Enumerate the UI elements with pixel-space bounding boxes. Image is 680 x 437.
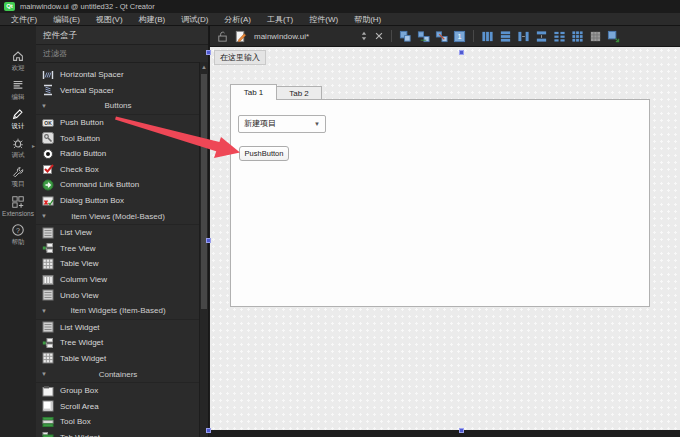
widget-box-item-label: Table View	[60, 259, 99, 268]
widget-box-item[interactable]: Undo View	[36, 287, 200, 303]
sidebar-item-projects[interactable]: 项目	[0, 162, 36, 191]
widget-box-item[interactable]: Dialog Button Box	[36, 193, 200, 209]
widget-box-item-label: Tool Button	[60, 134, 100, 143]
widget-box-item[interactable]: Tool Box	[36, 414, 200, 430]
section-header-label: Item Widgets (Item-Based)	[70, 306, 165, 315]
widget-box-item[interactable]: Tree View	[36, 241, 200, 257]
design-pen-icon	[11, 106, 25, 121]
adjust-size-icon[interactable]	[607, 30, 620, 43]
combo-box[interactable]: 新建项目 ▼	[238, 115, 326, 133]
widget-box-item[interactable]: List Widget	[36, 320, 200, 336]
sidebar-item-extensions[interactable]: Extensions	[0, 191, 36, 220]
widget-box-scrollbar[interactable]: ▲	[199, 62, 208, 437]
menubar-item[interactable]: 编辑(E)	[45, 14, 88, 25]
break-layout-icon[interactable]	[589, 30, 602, 43]
widget-box-item-label: Vertical Spacer	[60, 86, 114, 95]
menubar-item[interactable]: 帮助(H)	[346, 14, 389, 25]
widget-box-item[interactable]: Tree Widget	[36, 335, 200, 351]
main-menubar: 文件(F)编辑(E)视图(V)构建(B)调试(D)分析(A)工具(T)控件(W)…	[0, 13, 680, 26]
command-link-icon	[42, 179, 54, 191]
layout-horizontal-icon[interactable]	[481, 30, 494, 43]
sidebar-item-design[interactable]: 设计	[0, 104, 36, 133]
sidebar-item-help[interactable]: ?帮助	[0, 220, 36, 249]
widget-box-item-label: Command Link Button	[60, 180, 139, 189]
sidebar-item-welcome[interactable]: 欢迎	[0, 46, 36, 75]
svg-text:1: 1	[458, 32, 462, 41]
toolbar-separator	[391, 30, 392, 42]
edit-taborder-icon[interactable]: 1	[453, 30, 466, 43]
scroll-area-icon	[42, 400, 54, 412]
widget-box-item-label: List View	[60, 228, 92, 237]
close-icon[interactable]	[374, 31, 384, 41]
unlock-icon[interactable]	[216, 30, 229, 43]
sidebar-item-edit[interactable]: 编辑	[0, 75, 36, 104]
widget-box-section-header[interactable]: ▼Buttons	[36, 98, 200, 115]
ui-file-icon	[234, 30, 247, 43]
widget-box-item-label: Dialog Button Box	[60, 196, 124, 205]
menubar-item[interactable]: 工具(T)	[259, 14, 301, 25]
form-resize-handle[interactable]	[459, 50, 464, 55]
chevron-down-icon: ▼	[314, 116, 320, 132]
widget-box-item[interactable]: Tab Widget	[36, 430, 200, 437]
widget-box-list: Horizontal SpacerVertical Spacer▼Buttons…	[36, 62, 200, 437]
form-resize-handle[interactable]	[206, 50, 211, 55]
form-menubar-type-here[interactable]: 在这里输入	[214, 50, 266, 65]
menubar-item[interactable]: 视图(V)	[88, 14, 131, 25]
titlebar: Qt mainwindow.ui @ untitled32 - Qt Creat…	[0, 0, 680, 13]
section-header-label: Containers	[99, 370, 138, 379]
widget-box-item[interactable]: List View	[36, 225, 200, 241]
extensions-icon	[11, 194, 25, 209]
sidebar-item-label: 帮助	[12, 238, 25, 247]
widget-box-item[interactable]: Check Box	[36, 162, 200, 178]
widget-box-item[interactable]: Scroll Area	[36, 398, 200, 414]
widget-box-item[interactable]: Radio Button	[36, 146, 200, 162]
menubar-item[interactable]: 构建(B)	[131, 14, 174, 25]
document-selector[interactable]: mainwindow.ui*	[254, 32, 309, 41]
form-resize-handle[interactable]	[206, 238, 211, 243]
table-view-icon	[42, 352, 54, 364]
splitter-vertical-icon[interactable]	[535, 30, 548, 43]
widget-box-item[interactable]: Tool Button	[36, 130, 200, 146]
filter-placeholder: 过滤器	[43, 49, 67, 58]
sidebar-item-label: 项目	[12, 180, 25, 189]
widget-box-section-header[interactable]: ▼Item Widgets (Item-Based)	[36, 303, 200, 320]
sidebar-item-debug[interactable]: 调试▸	[0, 133, 36, 162]
menubar-item[interactable]: 控件(W)	[301, 14, 346, 25]
tab-1[interactable]: Tab 1	[230, 84, 277, 100]
widget-box-item[interactable]: Table View	[36, 256, 200, 272]
menubar-item[interactable]: 调试(D)	[173, 14, 216, 25]
layout-vertical-icon[interactable]	[499, 30, 512, 43]
list-view-icon	[42, 289, 54, 301]
widget-box-item[interactable]: Horizontal Spacer	[36, 67, 200, 83]
widget-box-item[interactable]: OKPush Button	[36, 115, 200, 131]
widget-box-item[interactable]: Column View	[36, 272, 200, 288]
qt-creator-window: Qt mainwindow.ui @ untitled32 - Qt Creat…	[0, 0, 680, 437]
widget-box-section-header[interactable]: ▼Containers	[36, 366, 200, 383]
splitter-horizontal-icon[interactable]	[517, 30, 530, 43]
layout-grid-icon[interactable]	[571, 30, 584, 43]
widget-box-panel: 控件盒子 过滤器 Horizontal SpacerVertical Space…	[36, 26, 209, 437]
window-title: mainwindow.ui @ untitled32 - Qt Creator	[20, 2, 155, 11]
push-button-widget[interactable]: PushButton	[239, 146, 289, 161]
menubar-item[interactable]: 分析(A)	[216, 14, 259, 25]
form-resize-handle[interactable]	[206, 428, 211, 433]
menubar-item[interactable]: 文件(F)	[3, 14, 45, 25]
submenu-arrow-icon: ▸	[32, 142, 35, 149]
widget-box-section-header[interactable]: ▼Item Views (Model-Based)	[36, 208, 200, 225]
form-canvas[interactable]: 在这里输入 Tab 1Tab 2 新建项目 ▼ PushButton	[210, 47, 680, 430]
widget-box-item[interactable]: Group Box	[36, 383, 200, 399]
tab-2[interactable]: Tab 2	[276, 86, 322, 100]
filter-input[interactable]: 过滤器	[36, 45, 208, 63]
widget-box-item-label: Tree View	[60, 244, 96, 253]
edit-signals-icon[interactable]	[417, 30, 430, 43]
layout-form-icon[interactable]	[553, 30, 566, 43]
updown-icon[interactable]	[359, 30, 369, 42]
edit-buddies-icon[interactable]	[435, 30, 448, 43]
edit-widgets-icon[interactable]	[399, 30, 412, 43]
form-resize-handle[interactable]	[459, 428, 464, 433]
scrollbar-thumb[interactable]	[201, 74, 207, 309]
widget-box-item[interactable]: Table Widget	[36, 351, 200, 367]
widget-box-item[interactable]: Vertical Spacer	[36, 83, 200, 99]
widget-box-item[interactable]: Command Link Button	[36, 177, 200, 193]
scrollbar-up-icon[interactable]: ▲	[200, 62, 208, 72]
